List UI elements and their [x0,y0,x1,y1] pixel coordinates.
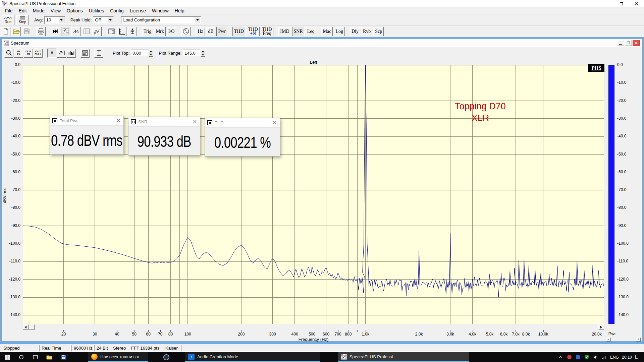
snr-meter-window[interactable]: SNR ✕ 90.933 dB [128,117,200,156]
save-button[interactable] [22,27,31,36]
tool-button-mrk[interactable]: Mrk [154,27,166,36]
menu-item-edit[interactable]: Edit [16,7,30,14]
new-file-button[interactable] [1,27,10,36]
spectrum-view-button[interactable] [61,27,70,36]
run-button[interactable]: Run [2,15,14,25]
step-plot-button[interactable] [57,49,66,58]
spin-down-icon[interactable] [201,53,205,57]
plot-top-input[interactable] [131,50,148,57]
settings-panel-button[interactable] [107,27,116,36]
vertical-scale-button[interactable] [94,49,103,58]
spin-down-icon[interactable] [149,53,153,57]
stop-button[interactable]: Stop [16,15,29,25]
save-app-button[interactable] [56,352,70,362]
tool-button-thd-n[interactable]: THD +N [247,27,260,36]
task-view-button[interactable] [28,352,42,362]
start-button[interactable] [0,352,14,362]
menu-item-help[interactable]: Help [172,7,187,14]
scroll-right-button[interactable] [598,324,604,330]
zoom-out-full-button[interactable]: OUT FULL [34,49,43,58]
tray-expand-button[interactable] [558,354,564,360]
close-button[interactable]: ✕ [629,0,644,7]
menu-item-options[interactable]: Options [64,7,86,14]
menu-item-view[interactable]: View [48,7,64,14]
load-configuration-select[interactable]: Load Configuration [121,16,201,24]
surface-view-button[interactable] [92,27,102,36]
meter-close-icon[interactable]: ✕ [113,118,123,124]
pwr-minus-button[interactable]: − [606,338,611,342]
menu-item-mode[interactable]: Mode [30,7,48,14]
tool-button-rvb[interactable]: Rvb [361,27,372,36]
spectrogram-view-button[interactable] [82,27,91,36]
taskbar-media-app-button[interactable] [159,352,173,362]
line-plot-button[interactable] [47,49,56,58]
thd-meter-window[interactable]: THD ✕ 0.00221 % [205,118,280,157]
spectrum-minimize-button[interactable] [617,40,624,46]
spectrum-title-bar[interactable]: Spectrum × [2,39,642,47]
meter-title-bar[interactable]: THD ✕ [205,118,280,128]
dropdown-arrow-icon[interactable] [107,17,113,23]
taskbar-app-firefox[interactable]: Нас всех тошнит от ... [88,352,148,362]
tool-button-dly[interactable]: Dly [350,27,360,36]
zoom-in-2x-button[interactable]: IN 2X [14,49,23,58]
menu-item-license[interactable]: License [127,7,149,14]
meter-title-bar[interactable]: SNR ✕ [128,117,200,127]
search-button[interactable] [14,352,28,362]
security-shield-icon[interactable] [584,354,590,360]
plot-top-spinner[interactable] [149,50,153,57]
meter-title-bar[interactable]: Total Pwr ✕ [50,116,123,126]
dropdown-arrow-icon[interactable] [195,17,200,23]
tool-button-thd[interactable]: THD [232,27,246,36]
tray-app-blue-icon[interactable] [575,354,581,360]
playback-button[interactable] [51,27,60,36]
file-explorer-button[interactable] [42,352,56,362]
tool-button-trig[interactable]: Trig [142,27,153,36]
tray-app-red-icon[interactable] [567,354,572,360]
tool-button-db[interactable]: dB [206,27,215,36]
taskbar-app-spectraplus[interactable]: SpectraPLUS Professi... [338,352,469,362]
spin-up-icon[interactable] [149,50,153,53]
signal-generator-button[interactable] [181,27,191,36]
meter-close-icon[interactable]: ✕ [190,119,200,125]
avg-select[interactable]: 10 [44,16,65,24]
menu-item-file[interactable]: File [2,7,16,14]
menu-item-utilities[interactable]: Utilities [86,7,107,14]
zoom-out-2x-button[interactable]: OUT 2X [24,49,33,58]
open-file-button[interactable] [11,27,21,36]
plot-range-spinner[interactable] [201,50,205,57]
bar-plot-button[interactable] [67,49,76,58]
total-power-meter-window[interactable]: Total Pwr ✕ 0.78 dBV rms [50,116,124,155]
notification-center-button[interactable] [635,354,641,360]
menu-item-config[interactable]: Config [107,7,126,14]
spectrum-restore-button[interactable] [625,40,632,46]
tool-button-hz[interactable]: Hz [196,27,205,36]
scale-button[interactable] [117,27,126,36]
calibration-button[interactable] [127,27,137,36]
tool-button-i-o[interactable]: I/O [167,27,176,36]
taskbar-app-audio-creation[interactable]: ♪ Audio Creation Mode [185,352,320,362]
tool-button-scp[interactable]: Scp [373,27,384,36]
plot-options-button[interactable] [80,49,90,58]
print-button[interactable] [36,27,46,36]
scroll-thumb[interactable] [29,324,35,330]
zoom-button[interactable] [4,49,13,58]
dropdown-arrow-icon[interactable] [59,17,64,23]
minimize-button[interactable] [599,0,614,7]
clock[interactable]: 20:10 [622,355,632,360]
scroll-left-button[interactable] [23,324,29,330]
tool-button-leq[interactable]: Leq [306,27,316,36]
tool-button-thd-freq[interactable]: THD Freq [261,27,274,36]
language-indicator[interactable]: ENG [610,355,619,360]
pwr-plus-button[interactable]: + [636,338,641,342]
network-icon[interactable] [601,354,607,360]
maximize-button[interactable] [614,0,629,7]
tool-button-mac[interactable]: Mac [321,27,333,36]
spin-up-icon[interactable] [201,50,205,53]
peak-hold-select[interactable]: Off [93,16,114,24]
tool-button-pwr[interactable]: Pwr [216,27,227,36]
tool-button-imd[interactable]: IMD [278,27,291,36]
plot-range-input[interactable] [183,50,200,57]
tool-button-log[interactable]: Log [334,27,345,36]
spectrum-close-button[interactable]: × [633,40,640,46]
waveform-view-button[interactable] [71,27,81,36]
